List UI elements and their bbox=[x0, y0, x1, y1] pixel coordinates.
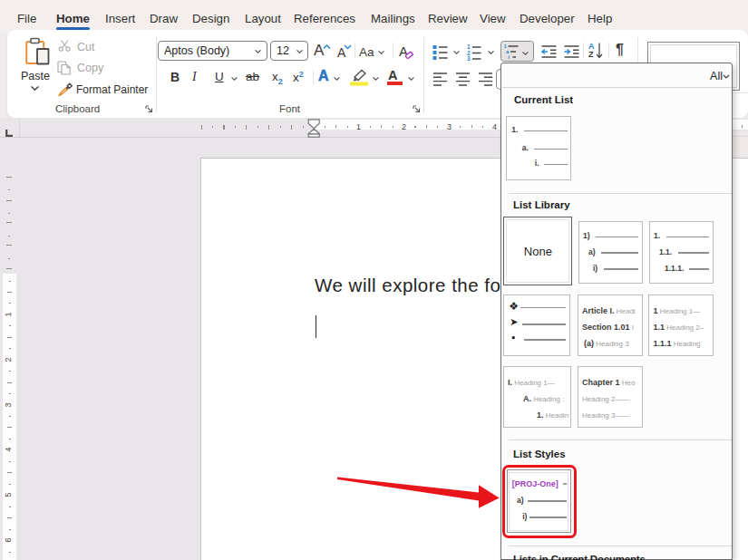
svg-text:i: i bbox=[509, 54, 510, 59]
svg-text:3: 3 bbox=[467, 55, 471, 61]
